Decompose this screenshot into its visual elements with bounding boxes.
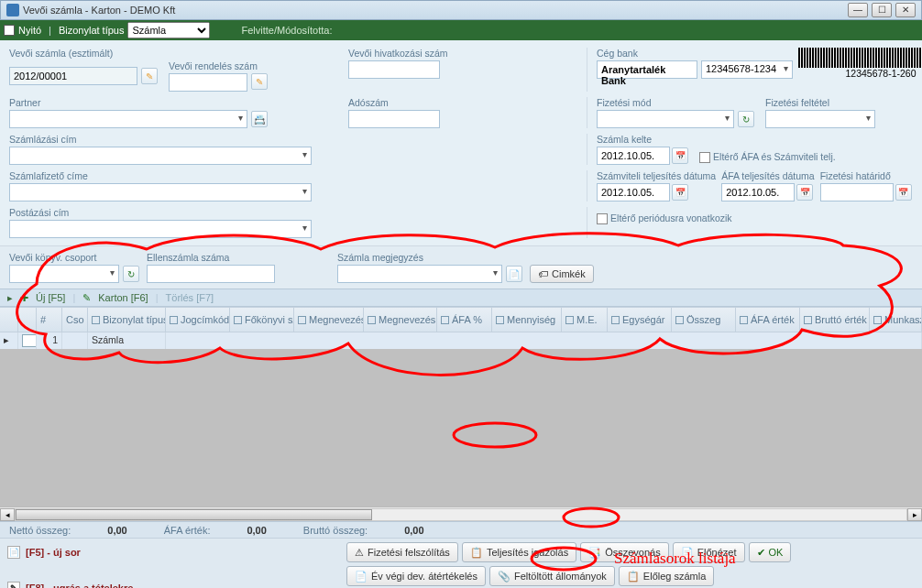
contra-account-input[interactable]: [147, 265, 275, 283]
minimize-button[interactable]: —: [848, 3, 868, 17]
col-me[interactable]: M.E.: [562, 308, 608, 332]
book-group-select[interactable]: [9, 265, 119, 283]
hint-f8-icon: ✎: [7, 582, 20, 588]
summary-row: Nettó összeg: 0,00 ÁFA érték: 0,00 Brutt…: [0, 521, 922, 538]
due-date-label: Fizetési határidő: [820, 170, 912, 181]
invoice-date-label: Számla kelte: [597, 134, 688, 145]
year-end-reval-button[interactable]: 📄Év végi dev. átértékelés: [346, 566, 486, 586]
vat-date-calendar-icon[interactable]: 📅: [796, 184, 813, 201]
accounting-date-label: Számviteli teljesítés dátuma: [597, 170, 716, 181]
vat-date-input[interactable]: [721, 183, 795, 201]
payment-mode-label: Fizetési mód: [597, 97, 754, 108]
close-button[interactable]: ✕: [895, 3, 916, 17]
order-number-input[interactable]: [169, 73, 247, 92]
nyito-label: Nyitó: [18, 25, 41, 36]
col-icon: [0, 308, 18, 332]
annotation-label: Számlasorok listája: [614, 550, 736, 568]
due-date-input[interactable]: [820, 183, 894, 201]
maximize-button[interactable]: ☐: [872, 3, 892, 17]
col-afa[interactable]: ÁFA %: [437, 308, 492, 332]
lines-toolbar: ▸ ✚ Új [F5] | ✎ Karton [F6] | Törlés [F7…: [0, 289, 922, 307]
invoice-number-input[interactable]: [9, 67, 137, 85]
mailing-address-select[interactable]: [9, 220, 312, 238]
window-buttons: — ☐ ✕: [848, 3, 916, 17]
title-bar: Vevői számla - Karton - DEMO Kft — ☐ ✕: [0, 0, 922, 20]
scroll-right-icon[interactable]: ▸: [907, 508, 922, 521]
row-type-icon[interactable]: [22, 334, 37, 347]
col-type[interactable]: Bizonylat típus: [88, 308, 166, 332]
col-egysegar[interactable]: Egységár: [608, 308, 672, 332]
col-megnev[interactable]: Megnevezés: [294, 308, 364, 332]
diff-vat-checkbox[interactable]: [699, 152, 710, 163]
new-line-label[interactable]: Új [F5]: [36, 292, 65, 303]
payment-term-select[interactable]: [765, 110, 875, 128]
col-osszeg[interactable]: Összeg: [672, 308, 736, 332]
col-fokonyvi[interactable]: Főkönyvi számlaszám: [230, 308, 294, 332]
book-group-label: Vevői könyv. csoport: [9, 252, 139, 263]
edit-order-icon[interactable]: ✎: [251, 73, 268, 90]
ok-button[interactable]: ✔OK: [749, 542, 792, 562]
row-num: 1: [37, 332, 62, 349]
brutto-label: Bruttó összeg:: [303, 525, 368, 536]
row-marker-icon: ▸: [4, 334, 9, 345]
diff-vat-label: Eltérő ÁFA és Számviteli telj.: [713, 151, 836, 162]
karton-label[interactable]: Karton [F6]: [98, 292, 148, 303]
section-meta: Vevői könyv. csoport ↻ Ellenszámla száma…: [0, 245, 922, 289]
bizonylat-tipus-select[interactable]: Számla: [127, 22, 210, 38]
bank-account-select[interactable]: 12345678-1234: [701, 60, 793, 79]
fulfillment-cert-button[interactable]: 📋Teljesítés igazolás: [462, 542, 576, 562]
billing-address-select[interactable]: [9, 147, 312, 165]
col-munka[interactable]: Munkaszám: [870, 308, 922, 332]
col-brutto[interactable]: Bruttó érték: [800, 308, 870, 332]
netto-label: Nettó összeg:: [9, 525, 71, 536]
karton-icon[interactable]: ✎: [82, 292, 91, 304]
due-date-calendar-icon[interactable]: 📅: [895, 184, 912, 201]
book-group-refresh-icon[interactable]: ↻: [123, 266, 139, 282]
scroll-left-icon[interactable]: ◂: [0, 508, 15, 521]
advance-invoice-button[interactable]: 📋Előleg számla: [619, 566, 714, 586]
billing-address-label: Számlázási cím: [9, 134, 339, 145]
form-area: Vevői számla (esztimált) ✎ Vevői rendelé…: [0, 40, 922, 245]
tags-button[interactable]: 🏷Cimkék: [530, 265, 594, 283]
scroll-thumb[interactable]: [16, 509, 372, 520]
contra-account-label: Ellenszámla száma: [147, 252, 275, 263]
accounting-date-calendar-icon[interactable]: 📅: [672, 184, 688, 201]
payment-mode-select[interactable]: [597, 110, 734, 128]
invoice-note-select[interactable]: [337, 265, 502, 283]
col-megnev-idegen[interactable]: Megnevezés idegen nyelven: [364, 308, 437, 332]
afa-value: 0,00: [247, 525, 266, 536]
payment-reminder-button[interactable]: ⚠Fizetési felszólítás: [346, 542, 458, 562]
app-icon: [6, 4, 19, 16]
tax-number-input[interactable]: [348, 110, 440, 128]
invoice-date-input[interactable]: [597, 147, 670, 165]
uploaded-files-button[interactable]: 📎Feltöltött állományok: [489, 566, 615, 586]
hint-f5-icon: 📄: [7, 546, 20, 559]
vat-date-label: ÁFA teljesítés dátuma: [721, 170, 815, 181]
table-row[interactable]: ▸ 1 Számla: [0, 332, 922, 349]
new-line-icon[interactable]: ✚: [20, 292, 28, 304]
partner-card-icon[interactable]: 📇: [251, 111, 268, 127]
payment-mode-refresh-icon[interactable]: ↻: [738, 111, 754, 127]
grid-h-scrollbar[interactable]: ◂ ▸: [0, 506, 922, 521]
brutto-value: 0,00: [404, 525, 423, 536]
col-menny[interactable]: Mennyiség: [492, 308, 562, 332]
diff-period-checkbox[interactable]: [597, 213, 608, 224]
nyito-checkbox[interactable]: [4, 25, 15, 36]
col-hash[interactable]: #: [37, 308, 62, 332]
invoice-date-calendar-icon[interactable]: 📅: [672, 147, 688, 164]
accounting-date-input[interactable]: [597, 183, 670, 201]
grid-body[interactable]: ▸ 1 Számla: [0, 332, 922, 506]
edit-invoice-icon[interactable]: ✎: [141, 68, 158, 84]
partner-select[interactable]: [9, 110, 247, 128]
afa-label: ÁFA érték:: [164, 525, 211, 536]
invoice-note-edit-icon[interactable]: 📄: [506, 266, 522, 282]
felvitte-label: Felvitte/Módosította:: [241, 25, 332, 36]
expand-icon[interactable]: ▸: [7, 292, 13, 304]
col-afaertek[interactable]: ÁFA érték: [736, 308, 800, 332]
grid-header: # Cso Bizonylat típus Jogcímkód Főkönyvi…: [0, 307, 922, 332]
reference-input[interactable]: [348, 60, 440, 79]
col-jogcim[interactable]: Jogcímkód: [166, 308, 230, 332]
footer: 📄 [F5] - új sor ⚠Fizetési felszólítás 📋T…: [0, 538, 922, 588]
payer-address-select[interactable]: [9, 183, 312, 201]
col-cso[interactable]: Cso: [62, 308, 88, 332]
